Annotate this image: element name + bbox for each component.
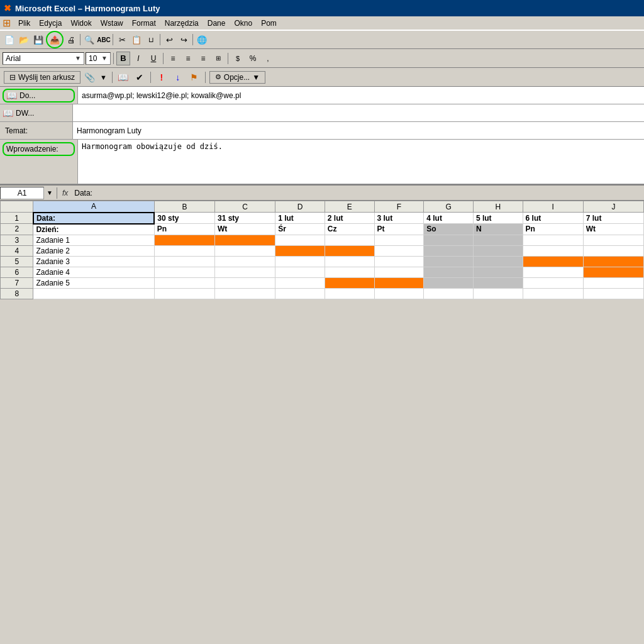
- cell-f5[interactable]: [374, 256, 424, 267]
- font-dropdown-arrow[interactable]: ▼: [75, 55, 81, 62]
- cell-b8[interactable]: [154, 288, 214, 299]
- cell-e8[interactable]: [325, 288, 374, 299]
- spell-check-button[interactable]: ABC: [97, 33, 111, 47]
- print-preview-button[interactable]: 🔍: [82, 33, 96, 47]
- cell-j5[interactable]: [583, 256, 643, 267]
- cell-j1[interactable]: 7 lut: [583, 213, 643, 224]
- cell-g1[interactable]: 4 lut: [424, 213, 474, 224]
- cell-a3[interactable]: Zadanie 1: [33, 235, 154, 245]
- send-sheet-button[interactable]: ⊟ Wyślij ten arkusz: [4, 71, 80, 84]
- cell-c4[interactable]: [214, 245, 275, 256]
- cell-b2[interactable]: Pn: [154, 224, 214, 235]
- cell-c7[interactable]: [214, 277, 275, 288]
- cell-d3[interactable]: [275, 235, 325, 245]
- address-book-button[interactable]: 📖: [116, 70, 130, 84]
- cell-c3[interactable]: [214, 235, 275, 245]
- cell-g6[interactable]: [424, 267, 474, 277]
- paste-button[interactable]: ⊔: [144, 33, 158, 47]
- attach-icon[interactable]: 📎: [83, 72, 96, 82]
- cell-f3[interactable]: [374, 235, 424, 245]
- cell-i6[interactable]: [523, 267, 583, 277]
- cell-c5[interactable]: [214, 256, 275, 267]
- cell-e3[interactable]: [325, 235, 374, 245]
- cell-h8[interactable]: [473, 288, 523, 299]
- percent-button[interactable]: %: [246, 52, 260, 65]
- cell-a2[interactable]: Dzień:: [33, 224, 154, 235]
- cell-a5[interactable]: Zadanie 3: [33, 256, 154, 267]
- cell-c1[interactable]: 31 sty: [214, 213, 275, 224]
- cell-j8[interactable]: [583, 288, 643, 299]
- row-header-6[interactable]: 6: [1, 267, 33, 277]
- col-header-g[interactable]: G: [424, 201, 474, 213]
- cell-d7[interactable]: [275, 277, 325, 288]
- cell-d1[interactable]: 1 lut: [275, 213, 325, 224]
- cell-c2[interactable]: Wt: [214, 224, 275, 235]
- cell-b7[interactable]: [154, 277, 214, 288]
- cell-b5[interactable]: [154, 256, 214, 267]
- check-names-button[interactable]: ✔: [133, 70, 147, 84]
- col-header-e[interactable]: E: [325, 201, 374, 213]
- cell-i5[interactable]: [523, 256, 583, 267]
- row-header-8[interactable]: 8: [1, 288, 33, 299]
- row-header-4[interactable]: 4: [1, 245, 33, 256]
- cell-j6[interactable]: [583, 267, 643, 277]
- menu-okno[interactable]: Okno: [230, 18, 256, 29]
- font-size-selector[interactable]: 10 ▼: [86, 52, 111, 65]
- cell-f1[interactable]: 3 lut: [374, 213, 424, 224]
- cell-j7[interactable]: [583, 277, 643, 288]
- cell-g8[interactable]: [424, 288, 474, 299]
- cell-a8[interactable]: [33, 288, 154, 299]
- menu-edycja[interactable]: Edycja: [35, 18, 65, 29]
- cell-h5[interactable]: [473, 256, 523, 267]
- cell-a7[interactable]: Zadanie 5: [33, 277, 154, 288]
- cell-b6[interactable]: [154, 267, 214, 277]
- exclamation-button[interactable]: !: [155, 70, 169, 84]
- row-header-1[interactable]: 1: [1, 213, 33, 224]
- size-dropdown-arrow[interactable]: ▼: [101, 55, 108, 62]
- col-header-f[interactable]: F: [374, 201, 424, 213]
- cell-i4[interactable]: [523, 245, 583, 256]
- cell-f4[interactable]: [374, 245, 424, 256]
- menu-pom[interactable]: Pom: [257, 18, 280, 29]
- cell-a4[interactable]: Zadanie 2: [33, 245, 154, 256]
- cut-button[interactable]: ✂: [115, 33, 129, 47]
- cell-j3[interactable]: [583, 235, 643, 245]
- cell-d8[interactable]: [275, 288, 325, 299]
- subject-input[interactable]: [72, 122, 644, 139]
- to-input[interactable]: [77, 87, 644, 104]
- open-button[interactable]: 📂: [17, 33, 31, 47]
- col-header-c[interactable]: C: [214, 201, 275, 213]
- italic-button[interactable]: I: [131, 52, 145, 65]
- cell-i8[interactable]: [523, 288, 583, 299]
- cell-e2[interactable]: Cz: [325, 224, 374, 235]
- cell-f6[interactable]: [374, 267, 424, 277]
- cell-d2[interactable]: Śr: [275, 224, 325, 235]
- menu-dane[interactable]: Dane: [204, 18, 230, 29]
- cell-i7[interactable]: [523, 277, 583, 288]
- cell-e4[interactable]: [325, 245, 374, 256]
- cell-e6[interactable]: [325, 267, 374, 277]
- menu-plik[interactable]: Plik: [14, 18, 34, 29]
- attach-arrow[interactable]: ▼: [99, 74, 108, 81]
- align-left-button[interactable]: ≡: [166, 52, 180, 65]
- options-button[interactable]: ⚙ Opcje... ▼: [209, 71, 265, 84]
- redo-button[interactable]: ↪: [177, 33, 191, 47]
- cell-i1[interactable]: 6 lut: [523, 213, 583, 224]
- cell-i3[interactable]: [523, 235, 583, 245]
- merge-center-button[interactable]: ⊞: [211, 52, 225, 65]
- cell-d5[interactable]: [275, 256, 325, 267]
- save-button[interactable]: 💾: [31, 33, 45, 47]
- col-header-j[interactable]: J: [583, 201, 643, 213]
- options-arrow[interactable]: ▼: [252, 73, 260, 82]
- cell-e5[interactable]: [325, 256, 374, 267]
- align-right-button[interactable]: ≡: [196, 52, 210, 65]
- cell-c8[interactable]: [214, 288, 275, 299]
- undo-button[interactable]: ↩: [162, 33, 176, 47]
- cell-h3[interactable]: [473, 235, 523, 245]
- cell-i2[interactable]: Pn: [523, 224, 583, 235]
- bold-button[interactable]: B: [116, 52, 130, 65]
- menu-format[interactable]: Format: [128, 18, 160, 29]
- cell-f2[interactable]: Pt: [374, 224, 424, 235]
- menu-widok[interactable]: Widok: [67, 18, 95, 29]
- print-button[interactable]: 🖨: [64, 33, 78, 47]
